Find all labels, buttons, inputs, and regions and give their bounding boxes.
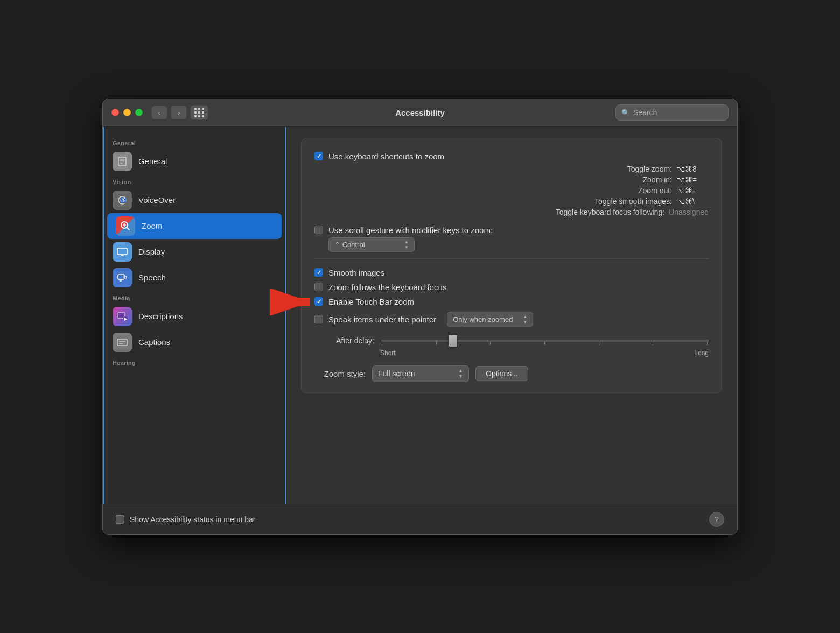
slider-track-container xyxy=(381,334,709,347)
grid-view-button[interactable] xyxy=(190,105,208,120)
touch-bar-zoom-checkbox[interactable] xyxy=(314,297,323,306)
sidebar-item-descriptions[interactable]: ▶ Descriptions xyxy=(104,304,285,329)
touch-bar-zoom-row: Enable Touch Bar zoom xyxy=(314,294,709,309)
svg-text:♿: ♿ xyxy=(120,197,127,203)
toggle-zoom-label: Toggle zoom: xyxy=(554,165,672,173)
sidebar-item-zoom[interactable]: Zoom xyxy=(107,213,282,239)
speak-dropdown-arrows: ▲ ▼ xyxy=(523,314,527,325)
after-delay-row: After delay: xyxy=(314,334,709,347)
main-panel: Use keyboard shortcuts to zoom Toggle zo… xyxy=(286,127,737,504)
traffic-lights xyxy=(111,109,143,116)
speak-items-label: Speak items under the pointer xyxy=(328,315,436,324)
titlebar: ‹ › Accessibility 🔍 Search xyxy=(103,99,737,127)
keyboard-focus-row: Zoom follows the keyboard focus xyxy=(314,280,709,294)
speak-items-row: Speak items under the pointer Only when … xyxy=(314,309,709,330)
settings-card: Use keyboard shortcuts to zoom Toggle zo… xyxy=(301,138,722,393)
zoom-style-dropdown[interactable]: Full screen ▲ ▼ xyxy=(372,365,469,382)
smooth-images-shortcut-label: Toggle smooth images: xyxy=(554,197,672,206)
touch-bar-zoom-label: Enable Touch Bar zoom xyxy=(328,297,414,306)
svg-line-8 xyxy=(127,227,129,230)
stepper-up-icon: ▲ xyxy=(458,369,463,374)
zoom-style-stepper: ▲ ▼ xyxy=(458,369,463,379)
after-delay-section: After delay: xyxy=(314,330,709,357)
sidebar-section-media: Media xyxy=(104,291,285,304)
zoom-out-label: Zoom out: xyxy=(554,186,672,195)
zoom-style-label: Zoom style: xyxy=(314,369,366,378)
keyboard-shortcuts-label: Use keyboard shortcuts to zoom xyxy=(328,152,444,161)
smooth-images-row: Smooth images xyxy=(314,265,709,280)
sidebar-item-general[interactable]: General xyxy=(104,149,285,174)
show-accessibility-label: Show Accessibility status in menu bar xyxy=(130,515,255,524)
search-input[interactable]: Search xyxy=(633,108,657,117)
window-title: Accessibility xyxy=(395,108,445,117)
speak-items-dropdown-value: Only when zoomed xyxy=(453,315,513,323)
dropdown-arrows: ▲ ▼ xyxy=(404,240,409,250)
display-icon xyxy=(113,242,132,262)
zoom-out-value: ⌥⌘- xyxy=(676,186,709,195)
captions-icon xyxy=(113,333,132,352)
close-button[interactable] xyxy=(111,109,119,116)
zoom-in-label: Zoom in: xyxy=(554,175,672,184)
stepper-down-icon: ▼ xyxy=(458,374,463,379)
sidebar-item-zoom-label: Zoom xyxy=(142,221,162,230)
nav-buttons: ‹ › xyxy=(151,105,187,119)
keyboard-focus-shortcut-label: Toggle keyboard focus following: xyxy=(546,208,664,216)
sidebar-section-general: General xyxy=(104,136,285,149)
sidebar-item-speech-label: Speech xyxy=(138,273,166,282)
keyboard-focus-shortcut-row: Toggle keyboard focus following: Unassig… xyxy=(314,207,709,217)
slider-track xyxy=(381,340,709,342)
svg-rect-11 xyxy=(117,248,127,255)
modifier-key-dropdown[interactable]: ⌃ Control ▲ ▼ xyxy=(328,237,415,252)
sidebar-section-hearing: Hearing xyxy=(104,355,285,368)
sidebar-item-captions[interactable]: Captions xyxy=(104,329,285,355)
voiceover-icon: ♿ xyxy=(113,191,132,210)
slider-short-label: Short xyxy=(380,349,396,357)
smooth-images-checkbox[interactable] xyxy=(314,268,323,277)
options-button[interactable]: Options... xyxy=(475,366,528,381)
keyboard-shortcuts-row: Use keyboard shortcuts to zoom xyxy=(314,149,709,164)
smooth-images-shortcut-value: ⌥⌘\ xyxy=(676,197,709,206)
svg-rect-3 xyxy=(120,163,123,164)
svg-rect-2 xyxy=(120,160,124,161)
keyboard-focus-label: Zoom follows the keyboard focus xyxy=(328,283,446,292)
help-button[interactable]: ? xyxy=(709,512,724,527)
svg-rect-1 xyxy=(120,159,124,160)
scroll-gesture-checkbox[interactable] xyxy=(314,226,323,234)
sidebar-item-captions-label: Captions xyxy=(138,337,170,347)
svg-rect-14 xyxy=(118,275,124,279)
speak-items-checkbox[interactable] xyxy=(314,315,323,323)
zoom-style-value: Full screen xyxy=(378,369,415,378)
forward-button[interactable]: › xyxy=(171,105,187,119)
svg-rect-19 xyxy=(117,339,127,346)
back-button[interactable]: ‹ xyxy=(151,105,167,119)
sidebar-item-voiceover[interactable]: ♿ VoiceOver xyxy=(104,187,285,213)
smooth-images-shortcut-row: Toggle smooth images: ⌥⌘\ xyxy=(314,196,709,207)
zoom-icon xyxy=(116,216,135,236)
maximize-button[interactable] xyxy=(135,109,143,116)
search-bar[interactable]: 🔍 Search xyxy=(615,104,729,121)
sidebar-section-vision: Vision xyxy=(104,174,285,187)
sidebar-item-speech[interactable]: Speech xyxy=(104,265,285,291)
scroll-gesture-label: Use scroll gesture with modifier keys to… xyxy=(328,226,493,235)
content-area: General General Vision xyxy=(103,127,737,504)
show-accessibility-checkbox[interactable] xyxy=(116,515,124,524)
sidebar: General General Vision xyxy=(103,127,286,504)
control-dropdown-row: ⌃ Control ▲ ▼ xyxy=(314,237,709,252)
sidebar-item-display-label: Display xyxy=(138,247,165,256)
keyboard-shortcuts-checkbox[interactable] xyxy=(314,152,323,160)
grid-icon xyxy=(194,108,205,118)
zoom-in-value: ⌥⌘= xyxy=(676,175,709,184)
search-icon: 🔍 xyxy=(621,109,630,117)
sidebar-item-descriptions-label: Descriptions xyxy=(138,312,183,321)
descriptions-icon: ▶ xyxy=(113,307,132,326)
minimize-button[interactable] xyxy=(123,109,131,116)
keyboard-focus-checkbox[interactable] xyxy=(314,283,323,291)
slider-thumb[interactable] xyxy=(449,335,457,347)
zoom-in-row: Zoom in: ⌥⌘= xyxy=(314,174,709,185)
toggle-zoom-row: Toggle zoom: ⌥⌘8 xyxy=(314,164,709,174)
keyboard-focus-shortcut-value: Unassigned xyxy=(669,208,709,216)
speech-icon xyxy=(113,268,132,287)
speak-items-dropdown[interactable]: Only when zoomed ▲ ▼ xyxy=(447,312,533,327)
sidebar-item-display[interactable]: Display xyxy=(104,239,285,265)
system-preferences-window: ‹ › Accessibility 🔍 Search General xyxy=(102,99,738,535)
